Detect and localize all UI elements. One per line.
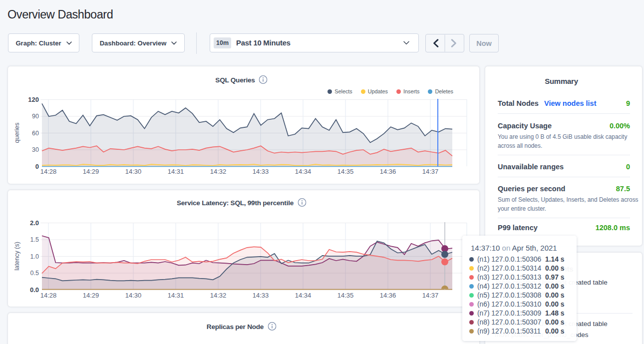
svg-text:2.0: 2.0 — [30, 219, 39, 227]
svg-text:90: 90 — [32, 113, 39, 120]
svg-text:latency (s): latency (s) — [13, 242, 20, 271]
svg-text:14:33: 14:33 — [253, 168, 269, 175]
svg-text:1.5: 1.5 — [30, 236, 39, 243]
svg-text:120: 120 — [28, 96, 39, 103]
svg-text:14:35: 14:35 — [337, 292, 354, 299]
svg-text:14:29: 14:29 — [83, 292, 99, 299]
svg-text:14:30: 14:30 — [125, 292, 142, 299]
svg-text:14:32: 14:32 — [210, 168, 227, 175]
svg-text:14:31: 14:31 — [168, 292, 184, 299]
svg-text:14:34: 14:34 — [295, 168, 312, 175]
svg-text:queries: queries — [13, 123, 20, 143]
svg-text:14:37: 14:37 — [422, 292, 439, 299]
svg-text:14:30: 14:30 — [125, 168, 142, 175]
svg-text:14:35: 14:35 — [337, 168, 354, 175]
svg-text:14:37: 14:37 — [422, 168, 439, 175]
svg-text:14:36: 14:36 — [380, 168, 396, 175]
svg-text:0.5: 0.5 — [30, 270, 39, 277]
svg-text:14:32: 14:32 — [210, 292, 227, 299]
svg-text:14:33: 14:33 — [253, 292, 269, 299]
svg-text:14:31: 14:31 — [168, 168, 184, 175]
svg-text:0: 0 — [35, 163, 39, 170]
svg-text:14:34: 14:34 — [295, 292, 312, 299]
svg-text:0.0: 0.0 — [30, 286, 39, 294]
svg-text:14:28: 14:28 — [40, 292, 57, 299]
svg-text:14:29: 14:29 — [83, 168, 99, 175]
svg-text:30: 30 — [32, 146, 39, 153]
svg-text:14:36: 14:36 — [380, 292, 396, 299]
svg-text:14:28: 14:28 — [40, 168, 57, 175]
svg-text:1.0: 1.0 — [30, 253, 39, 260]
svg-text:60: 60 — [32, 130, 39, 137]
